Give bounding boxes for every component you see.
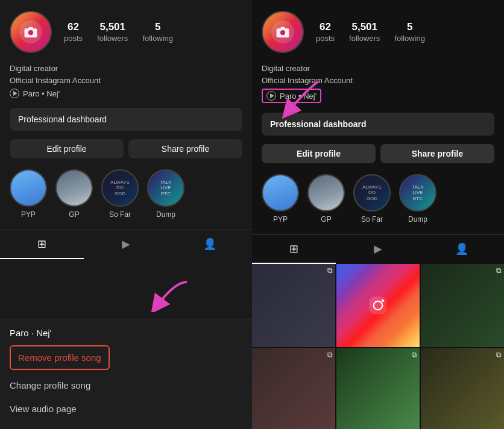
right-tab-grid[interactable]: ⊞ (252, 235, 336, 264)
svg-rect-2 (29, 27, 33, 30)
left-dashboard-button[interactable]: Professional dashboard (10, 108, 242, 131)
right-avatar-icon (271, 20, 294, 43)
left-tab-grid[interactable]: ⊞ (0, 230, 84, 259)
left-highlight-gp[interactable]: GP (55, 169, 93, 219)
right-action-buttons: Edit profile Share profile (252, 139, 504, 168)
left-highlight-dump-circle: TALKLIVEETC (147, 169, 184, 207)
right-followers-stat: 5,501 followers (349, 21, 380, 42)
right-avatar[interactable] (262, 11, 304, 53)
left-play-icon (10, 89, 19, 98)
left-followers-label: followers (97, 34, 128, 43)
right-tab-tagged[interactable]: 👤 (420, 235, 504, 264)
right-tab-reels[interactable]: ▶ (336, 235, 420, 264)
right-highlight-gp[interactable]: GP (307, 174, 345, 224)
right-highlight-pyp-circle (262, 174, 299, 211)
left-tab-tagged[interactable]: 👤 (168, 230, 252, 259)
right-following-stat: 5 following (394, 21, 425, 42)
left-highlight-sofar-label: So Far (109, 210, 131, 219)
grid-cell-2[interactable] (336, 264, 420, 347)
left-bottom-sheet: Paro · Nej' Remove profile song Change p… (0, 319, 252, 429)
left-highlight-sofar-circle: ALWAYSDOGOD (101, 169, 139, 207)
right-panel: 62 posts 5,501 followers 5 following Dig… (252, 0, 504, 429)
right-following-count: 5 (407, 21, 412, 33)
left-bio-link-row[interactable]: Paro • Nej' (10, 89, 242, 98)
reel-icon-1: ⧉ (327, 266, 333, 275)
right-posts-label: posts (316, 34, 335, 43)
left-bio-link-text[interactable]: Paro • Nej' (23, 89, 60, 98)
left-following-stat: 5 following (142, 21, 173, 42)
left-following-count: 5 (155, 21, 160, 33)
left-highlights-row: PYP GP ALWAYSDOGOD So Far TALKLIVEETC Du… (0, 163, 252, 225)
right-highlight-dump[interactable]: TALKLIVEETC Dump (399, 174, 436, 224)
left-highlight-dump-label: Dump (156, 210, 175, 219)
left-tabs: ⊞ ▶ 👤 (0, 230, 252, 259)
right-highlight-pyp-label: PYP (273, 215, 288, 224)
left-posts-stat: 62 posts (64, 21, 83, 42)
left-panel: 62 posts 5,501 followers 5 following Dig… (0, 0, 252, 429)
reel-icon-6: ⧉ (496, 351, 502, 359)
left-change-song-item[interactable]: Change profile song (10, 374, 242, 397)
right-highlight-gp-circle (307, 174, 345, 211)
reel-icon-4: ⧉ (327, 351, 333, 359)
left-following-label: following (142, 34, 173, 43)
right-photo-grid: ⧉ ⧉ ⧉ ⧉ ⧉ (252, 264, 504, 429)
left-sheet-song-title: Paro · Nej' (10, 328, 242, 338)
right-bio-line1: Digital creator (262, 63, 494, 75)
left-avatar[interactable] (10, 11, 52, 53)
right-profile-header: 62 posts 5,501 followers 5 following (252, 0, 504, 60)
left-highlight-pyp-label: PYP (21, 210, 36, 219)
left-share-profile-button[interactable]: Share profile (128, 139, 242, 158)
left-highlight-pyp[interactable]: PYP (10, 169, 47, 219)
left-action-buttons: Edit profile Share profile (0, 134, 252, 163)
left-avatar-icon (19, 20, 42, 43)
right-stats-row: 62 posts 5,501 followers 5 following (316, 21, 494, 42)
left-highlight-pyp-circle (10, 169, 47, 207)
right-highlight-dump-label: Dump (408, 215, 427, 224)
right-posts-count: 62 (320, 21, 331, 33)
left-view-audio-item[interactable]: View audio page (10, 397, 242, 421)
instagram-logo-icon (367, 295, 389, 316)
left-highlight-sofar[interactable]: ALWAYSDOGOD So Far (101, 169, 139, 219)
right-tabs: ⊞ ▶ 👤 (252, 234, 504, 264)
right-highlight-sofar[interactable]: ALWAYSDOGOD So Far (353, 174, 391, 224)
right-posts-stat: 62 posts (316, 21, 335, 42)
right-highlight-dump-circle: TALKLIVEETC (399, 174, 436, 211)
right-camera-icon (274, 23, 291, 40)
grid-cell-4[interactable]: ⧉ (252, 348, 335, 429)
grid-cell-6[interactable]: ⧉ (421, 348, 504, 429)
left-arrow-annotation (145, 276, 193, 315)
left-edit-profile-button[interactable]: Edit profile (10, 139, 124, 158)
left-posts-label: posts (64, 34, 83, 43)
left-bio-section: Digital creator Official Instagram Accou… (0, 60, 252, 104)
left-highlight-dump[interactable]: TALKLIVEETC Dump (147, 169, 184, 219)
right-following-label: following (394, 34, 425, 43)
right-highlights-row: PYP GP ALWAYSDOGOD So Far TALKLIVEETC Du… (252, 168, 504, 230)
svg-rect-5 (281, 27, 285, 30)
grid-cell-3[interactable]: ⧉ (421, 264, 504, 347)
svg-point-8 (382, 299, 384, 302)
right-edit-profile-button[interactable]: Edit profile (262, 144, 376, 163)
left-highlight-gp-circle (55, 169, 93, 207)
right-highlight-pyp[interactable]: PYP (262, 174, 299, 224)
grid-cell-5[interactable]: ⧉ (336, 348, 420, 429)
right-highlight-gp-label: GP (321, 215, 331, 224)
left-highlight-gp-label: GP (69, 210, 79, 219)
left-bio-line1: Digital creator (10, 63, 242, 75)
left-play-triangle (13, 91, 17, 96)
right-followers-label: followers (349, 34, 380, 43)
right-highlight-sofar-label: So Far (361, 215, 383, 224)
svg-point-1 (28, 30, 33, 35)
left-remove-song-button[interactable]: Remove profile song (10, 345, 110, 370)
right-followers-count: 5,501 (351, 21, 377, 33)
left-posts-count: 62 (68, 21, 79, 33)
reel-icon-3: ⧉ (496, 266, 502, 275)
svg-rect-6 (370, 297, 387, 315)
grid-cell-1[interactable]: ⧉ (252, 264, 335, 347)
svg-point-4 (280, 30, 285, 35)
camera-icon (22, 23, 39, 40)
right-arrow-annotation (270, 78, 324, 123)
right-share-profile-button[interactable]: Share profile (380, 144, 494, 163)
right-highlight-sofar-circle: ALWAYSDOGOD (353, 174, 391, 211)
left-tab-reels[interactable]: ▶ (84, 230, 168, 259)
left-stats-row: 62 posts 5,501 followers 5 following (64, 21, 242, 42)
